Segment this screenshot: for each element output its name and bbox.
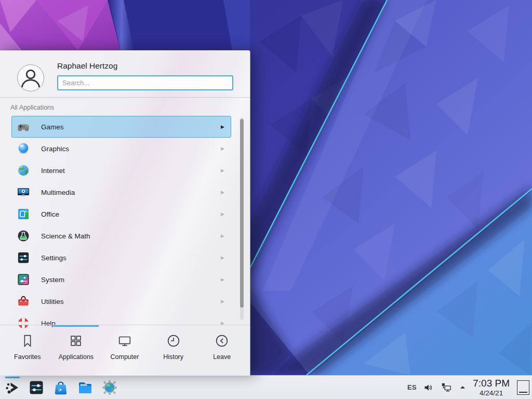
category-label: System — [41, 276, 221, 284]
header-divider — [0, 97, 250, 98]
user-name: Raphael Hertzog — [57, 61, 117, 71]
submenu-arrow-icon: ▶ — [221, 124, 224, 129]
submenu-arrow-icon: ▶ — [221, 277, 224, 282]
category-icon — [17, 207, 30, 221]
tab-icon — [68, 333, 84, 349]
tab-icon — [214, 333, 230, 349]
expand-tray-icon[interactable] — [459, 383, 467, 391]
taskbar-app-web-browser[interactable] — [101, 377, 118, 398]
category-label: Graphics — [41, 145, 221, 153]
category-icon — [17, 229, 30, 243]
category-label: Utilities — [41, 298, 221, 305]
volume-icon[interactable] — [423, 382, 434, 393]
tab-icon — [166, 333, 181, 349]
submenu-arrow-icon: ▶ — [221, 233, 224, 238]
taskbar-app-system-settings[interactable] — [28, 377, 45, 398]
system-settings-icon — [28, 379, 45, 396]
tab-label: Computer — [111, 353, 139, 361]
category-label: Settings — [41, 254, 221, 262]
category-icon — [17, 142, 30, 155]
tab-label: Favorites — [14, 353, 41, 361]
user-icon — [18, 65, 44, 91]
category-icon — [17, 251, 30, 264]
category-item-utilities[interactable]: Utilities ▶ — [11, 290, 231, 312]
category-icon — [17, 316, 30, 330]
file-manager-icon — [77, 379, 94, 396]
tab-history[interactable]: History — [149, 330, 198, 371]
section-label: All Applications — [10, 104, 54, 111]
category-item-games[interactable]: Games ▶ — [11, 116, 231, 138]
network-icon[interactable] — [441, 382, 452, 393]
category-item-graphics[interactable]: Graphics ▶ — [11, 138, 231, 159]
web-browser-icon — [101, 379, 118, 396]
clock-time: 7:03 PM — [473, 378, 510, 388]
submenu-arrow-icon: ▶ — [221, 299, 224, 304]
clock-date: 4/24/21 — [473, 390, 510, 397]
taskbar: ES 7:03 PM 4/24/21 — [0, 375, 532, 399]
system-tray: ES — [407, 382, 467, 393]
discover-icon — [52, 379, 69, 396]
category-label: Multimedia — [41, 189, 221, 196]
show-desktop-icon — [519, 392, 527, 393]
taskbar-app-file-manager[interactable] — [76, 377, 94, 398]
tab-icon — [20, 333, 35, 349]
tab-label: History — [163, 353, 183, 361]
category-icon — [17, 273, 30, 286]
taskbar-app-discover[interactable] — [52, 377, 70, 398]
category-item-office[interactable]: Office ▶ — [11, 203, 231, 225]
tab-bar: Favorites Applications Computer History … — [3, 330, 246, 371]
category-item-multimedia[interactable]: Multimedia ▶ — [11, 181, 231, 203]
tab-label: Leave — [213, 353, 231, 361]
category-label: Games — [41, 123, 221, 131]
tab-leave[interactable]: Leave — [197, 330, 246, 371]
category-icon — [17, 295, 30, 308]
category-label: Internet — [41, 167, 221, 175]
tabbar-divider — [0, 325, 250, 325]
scrollbar-thumb[interactable] — [240, 119, 244, 308]
show-desktop-button[interactable] — [517, 380, 529, 395]
tab-applications[interactable]: Applications — [52, 330, 101, 371]
submenu-arrow-icon: ▶ — [221, 146, 224, 151]
tab-computer[interactable]: Computer — [100, 330, 149, 371]
category-item-internet[interactable]: Internet ▶ — [11, 159, 231, 181]
tab-icon — [117, 333, 132, 349]
category-icon — [17, 164, 30, 177]
category-item-settings[interactable]: Settings ▶ — [11, 247, 231, 269]
launcher-active-indicator — [5, 377, 20, 378]
digital-clock[interactable]: 7:03 PM 4/24/21 — [473, 378, 510, 397]
search-field-wrap — [57, 75, 233, 90]
category-item-science-math[interactable]: Science & Math ▶ — [11, 225, 231, 247]
category-icon — [17, 185, 30, 199]
submenu-arrow-icon: ▶ — [221, 190, 224, 195]
keyboard-layout-indicator[interactable]: ES — [407, 383, 417, 391]
tab-label: Applications — [59, 353, 94, 361]
application-launcher-menu: Raphael Hertzog All Applications Games ▶… — [0, 50, 250, 376]
search-input[interactable] — [57, 75, 233, 90]
category-label: Office — [41, 210, 221, 218]
category-list: Games ▶ Graphics ▶ Internet ▶ Multimedia… — [11, 116, 231, 334]
scrollbar-track[interactable] — [240, 117, 244, 320]
active-tab-indicator — [54, 325, 99, 327]
user-avatar[interactable] — [17, 64, 44, 91]
app-launcher-icon — [4, 379, 21, 396]
tab-favorites[interactable]: Favorites — [3, 330, 52, 371]
submenu-arrow-icon: ▶ — [221, 211, 224, 217]
submenu-arrow-icon: ▶ — [221, 168, 224, 173]
launcher-header: Raphael Hertzog — [0, 51, 250, 97]
desktop: Raphael Hertzog All Applications Games ▶… — [0, 0, 532, 399]
category-label: Science & Math — [41, 232, 221, 240]
app-launcher-button[interactable] — [4, 377, 21, 398]
category-icon — [17, 120, 30, 134]
category-item-system[interactable]: System ▶ — [11, 269, 231, 290]
submenu-arrow-icon: ▶ — [221, 255, 224, 260]
